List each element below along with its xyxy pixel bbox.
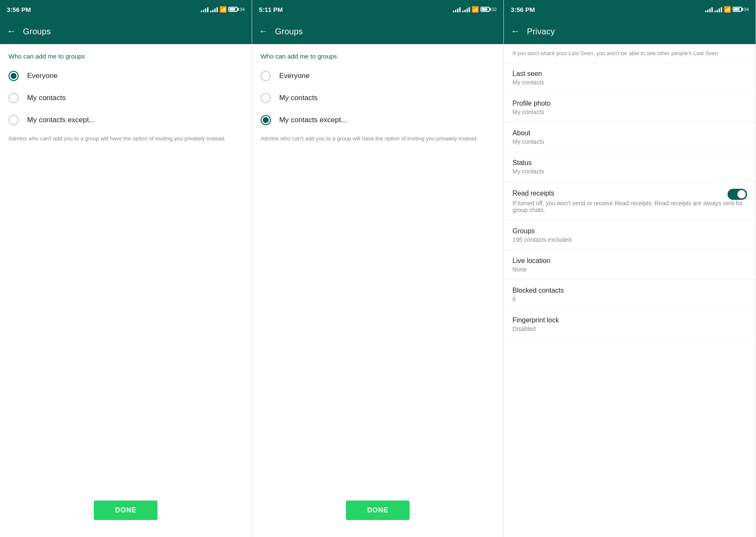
- status-bar-middle: 5:11 PM 📶 32: [252, 0, 504, 19]
- privacy-title-livelocation: Live location: [512, 257, 747, 265]
- privacy-subtitle-fingerprint: Disabled: [512, 325, 747, 332]
- radio-mycontacts-left[interactable]: My contacts: [0, 87, 252, 109]
- radio-circle-except-left: [8, 115, 19, 125]
- privacy-item-readreceipts[interactable]: Read receipts If turned off, you won't s…: [504, 182, 756, 221]
- read-receipts-toggle[interactable]: [728, 189, 747, 200]
- back-button-middle[interactable]: ←: [259, 26, 268, 37]
- privacy-item-groups[interactable]: Groups 195 contacts excluded: [504, 221, 756, 250]
- info-text-middle: Admins who can't add you to a group will…: [252, 131, 504, 151]
- page-title-right: Privacy: [527, 27, 749, 36]
- status-icons-middle: 📶 32: [453, 6, 497, 13]
- signal-bars-left2: [210, 6, 218, 12]
- privacy-subtitle-blocked: 6: [512, 296, 747, 302]
- done-container-middle: DONE: [252, 492, 504, 537]
- radio-inner-everyone-left: [11, 73, 17, 79]
- status-bar-right: 3:56 PM 📶 34: [504, 0, 756, 19]
- section-title-middle: Who can add me to groups: [252, 44, 504, 65]
- signal-bars-left: [201, 6, 208, 12]
- content-right: If you don't share your Last Seen, you w…: [504, 44, 756, 537]
- privacy-item-status[interactable]: Status My contacts: [504, 152, 756, 182]
- privacy-title-blocked: Blocked contacts: [512, 287, 747, 294]
- privacy-title-groups: Groups: [512, 227, 747, 235]
- privacy-subtitle-about: My contacts: [512, 138, 747, 145]
- privacy-title-status: Status: [512, 159, 747, 167]
- radio-label-except-left: My contacts except...: [27, 116, 95, 124]
- battery-left: [228, 7, 238, 12]
- radio-everyone-left[interactable]: Everyone: [0, 65, 252, 87]
- wifi-icon-middle: 📶: [472, 6, 479, 13]
- privacy-title-fingerprint: Fingerprint lock: [512, 316, 747, 324]
- readreceipts-row: Read receipts: [512, 189, 747, 200]
- status-icons-left: 📶 34: [201, 6, 245, 13]
- privacy-item-livelocation[interactable]: Live location None: [504, 250, 756, 280]
- privacy-item-about[interactable]: About My contacts: [504, 123, 756, 152]
- radio-circle-mycontacts-middle: [261, 93, 271, 103]
- privacy-header-note: If you don't share your Last Seen, you w…: [504, 44, 756, 63]
- header-left: ← Groups: [0, 19, 252, 44]
- privacy-subtitle-profilephoto: My contacts: [512, 109, 747, 115]
- time-left: 3:56 PM: [7, 6, 31, 13]
- time-right: 3:56 PM: [511, 6, 535, 13]
- privacy-title-lastseen: Last seen: [512, 70, 747, 78]
- wifi-icon-left: 📶: [219, 6, 227, 13]
- back-button-right[interactable]: ←: [511, 26, 520, 37]
- groups-panel-middle: 5:11 PM 📶 32 ← Groups Who can: [252, 0, 504, 537]
- privacy-item-fingerprint[interactable]: Fingerprint lock Disabled: [504, 310, 756, 339]
- page-title-left: Groups: [23, 27, 245, 36]
- content-left: Who can add me to groups Everyone My con…: [0, 44, 252, 492]
- battery-right: [733, 7, 742, 12]
- radio-circle-everyone-left: [8, 71, 19, 81]
- privacy-item-profilephoto[interactable]: Profile photo My contacts: [504, 93, 756, 123]
- radio-label-everyone-middle: Everyone: [279, 72, 310, 80]
- info-text-left: Admins who can't add you to a group will…: [0, 131, 252, 151]
- section-title-left: Who can add me to groups: [0, 44, 252, 65]
- privacy-item-blocked[interactable]: Blocked contacts 6: [504, 280, 756, 310]
- radio-except-left[interactable]: My contacts except...: [0, 109, 252, 131]
- radio-mycontacts-middle[interactable]: My contacts: [252, 87, 504, 109]
- radio-label-except-middle: My contacts except...: [279, 116, 347, 124]
- page-title-middle: Groups: [275, 27, 497, 36]
- privacy-item-lastseen[interactable]: Last seen My contacts: [504, 63, 756, 93]
- radio-inner-except-middle: [263, 117, 269, 123]
- radio-everyone-middle[interactable]: Everyone: [252, 65, 504, 87]
- done-button-left[interactable]: DONE: [94, 501, 157, 520]
- battery-text-right: 34: [744, 7, 749, 12]
- content-middle: Who can add me to groups Everyone My con…: [252, 44, 504, 492]
- groups-panel-left: 3:56 PM 📶 34 ← Groups Who can: [0, 0, 252, 537]
- battery-text-middle: 32: [492, 7, 497, 12]
- signal-bars-middle: [453, 6, 461, 12]
- signal-bars-right: [705, 6, 713, 12]
- privacy-subtitle-readreceipts: If turned off, you won't send or receive…: [512, 200, 747, 213]
- privacy-title-about: About: [512, 129, 747, 137]
- radio-except-middle[interactable]: My contacts except...: [252, 109, 504, 131]
- status-bar-left: 3:56 PM 📶 34: [0, 0, 252, 19]
- privacy-panel-right: 3:56 PM 📶 34 ← Privacy If you: [504, 0, 756, 537]
- radio-label-mycontacts-middle: My contacts: [279, 94, 318, 102]
- done-button-middle[interactable]: DONE: [346, 501, 410, 520]
- privacy-subtitle-groups: 195 contacts excluded: [512, 236, 747, 243]
- header-right: ← Privacy: [504, 19, 756, 44]
- status-icons-right: 📶 34: [705, 6, 749, 13]
- radio-circle-everyone-middle: [261, 71, 271, 81]
- privacy-subtitle-status: My contacts: [512, 168, 747, 175]
- wifi-icon-right: 📶: [724, 6, 731, 13]
- done-container-left: DONE: [0, 492, 252, 537]
- privacy-title-profilephoto: Profile photo: [512, 100, 747, 107]
- radio-circle-mycontacts-left: [8, 93, 19, 103]
- radio-label-everyone-left: Everyone: [27, 72, 58, 80]
- signal-bars-middle2: [462, 6, 470, 12]
- privacy-title-readreceipts: Read receipts: [512, 190, 554, 197]
- header-middle: ← Groups: [252, 19, 504, 44]
- back-button-left[interactable]: ←: [7, 26, 16, 37]
- privacy-subtitle-livelocation: None: [512, 266, 747, 273]
- battery-text-left: 34: [239, 7, 245, 12]
- battery-middle: [481, 7, 490, 12]
- privacy-subtitle-lastseen: My contacts: [512, 79, 747, 86]
- signal-bars-right2: [714, 6, 722, 12]
- radio-label-mycontacts-left: My contacts: [27, 94, 66, 102]
- radio-circle-except-middle: [261, 115, 271, 125]
- time-middle: 5:11 PM: [259, 6, 283, 13]
